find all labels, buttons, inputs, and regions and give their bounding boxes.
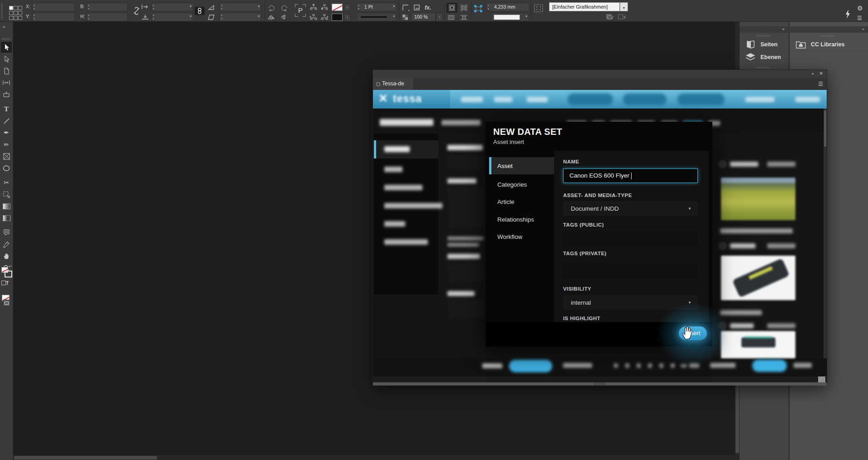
blurred-page-number[interactable] [659,363,663,368]
tessa-page-scrollbar-thumb[interactable] [824,110,826,147]
gradient-tool[interactable] [0,201,13,212]
visibility-select[interactable]: internal ▼ [563,295,698,310]
blurred-sidebar-item[interactable] [384,167,402,172]
pen-tool[interactable]: ✒ [0,127,13,138]
free-transform-tool[interactable] [0,189,13,200]
scale-x-combo[interactable]: ▴▾▾ [152,3,193,11]
panel-hscrollbar-thumb[interactable] [593,382,606,386]
style-override-icon[interactable] [618,14,626,20]
select-previous-icon[interactable] [309,14,318,21]
tags-public-input[interactable] [563,232,698,246]
asset-thumbnail-wheat[interactable] [721,178,795,220]
fill-color-expand[interactable]: › [344,14,351,21]
corner-options-icon[interactable] [402,4,410,11]
select-next-icon[interactable] [320,14,329,21]
blurred-checkbox[interactable] [719,160,726,168]
quick-apply-icon[interactable] [606,14,614,20]
height-field[interactable]: ▴▾ [87,13,128,21]
blurred-page-number[interactable] [671,363,675,368]
dock-grip[interactable] [757,35,770,37]
blurred-input[interactable] [447,263,486,283]
blurred-page-number[interactable] [637,363,641,368]
close-panel-icon[interactable]: ✕ [819,71,823,76]
blurred-checkbox[interactable] [719,322,726,330]
stroke-type-combo[interactable]: ▾ [357,13,397,21]
note-tool[interactable] [0,227,13,238]
effects-icon[interactable]: fx. [425,5,431,11]
blurred-page-number[interactable] [614,363,618,368]
panel-hscrollbar[interactable] [373,382,827,386]
opacity-field[interactable]: 100 % [411,13,436,21]
panel-title-strip[interactable]: « ✕ [373,70,827,78]
blurred-nav-link[interactable] [494,97,512,102]
wrap-none-button[interactable] [446,3,457,13]
blurred-sidebar-item[interactable] [384,221,405,227]
modal-nav-categories[interactable]: Categories [489,176,554,193]
blurred-nav-link[interactable] [527,97,548,102]
resize-grip[interactable] [818,376,825,382]
panel-grip[interactable] [1,3,3,19]
corner-radius-field[interactable]: ▴▾ 4,233 mm [486,3,529,11]
blurred-dropdown[interactable] [794,363,812,368]
lightning-icon[interactable] [845,9,851,19]
width-field[interactable]: ▴▾ [87,3,128,11]
stroke-color-expand[interactable]: › [344,4,351,11]
rotate-ccw-icon[interactable] [280,5,288,12]
page-tool[interactable] [0,65,13,76]
name-input[interactable]: Canon EOS 600 Flyer [563,168,698,183]
dock-panel-cc-libraries[interactable]: CC Libraries [790,39,868,51]
dock-grip-2[interactable] [757,67,770,69]
screen-mode-button[interactable] [3,300,10,307]
select-content-icon[interactable] [320,4,329,11]
horizontal-scrollbar-thumb[interactable] [14,456,157,460]
blurred-primary-button[interactable] [752,360,787,372]
apply-to-text-icon[interactable]: T [6,281,9,286]
stroke-color-swatch[interactable] [332,4,343,11]
frame-fitting-icon[interactable] [474,5,483,13]
blurred-page-number[interactable] [625,363,629,368]
x-field[interactable]: ▴▾ [32,3,75,11]
apply-to-container-icon[interactable] [1,281,6,285]
modal-nav-article[interactable]: Article [489,193,554,210]
select-container-icon[interactable] [309,4,318,11]
collapse-dock-icon[interactable]: « [782,27,785,31]
flip-horizontal-icon[interactable] [268,15,275,20]
blurred-nav-link[interactable] [795,97,820,102]
blurred-sidebar-item[interactable] [384,185,422,190]
blurred-page-number[interactable] [648,363,652,368]
scale-y-combo[interactable]: ▴▾▾ [152,13,193,21]
blurred-page-number[interactable] [689,363,699,368]
fitting-swatch-combo[interactable]: ▾ [491,13,529,21]
tessa-logo-block[interactable]: ✕ tessa [373,90,450,109]
gradient-feather-tool[interactable] [0,213,13,223]
blurred-primary-button[interactable] [509,360,552,372]
horizontal-scrollbar[interactable] [13,455,740,460]
type-select[interactable]: Document / INDD ▼ [563,201,698,216]
blurred-input[interactable] [447,154,486,169]
rotate-cw-icon[interactable] [268,5,275,12]
link-scale-toggle[interactable] [195,7,205,15]
blurred-sidebar-item[interactable] [384,146,410,152]
swap-fill-stroke-icon[interactable]: ↩ [9,264,12,268]
collapse-panel-icon[interactable]: « [811,71,814,76]
tools-grip[interactable] [2,38,11,40]
wrap-object-icon[interactable] [447,15,455,20]
blurred-checkbox[interactable] [719,242,726,250]
control-menu-icon[interactable]: ☰ [857,15,862,21]
y-field[interactable]: ▴▾ [32,13,75,21]
modal-nav-workflow[interactable]: Workflow [489,228,554,245]
blurred-nav-pill[interactable] [623,94,667,105]
blurred-nav-pill[interactable] [677,94,725,105]
blurred-input[interactable] [447,299,486,319]
ellipse-tool[interactable] [0,163,13,173]
stroke-weight-combo[interactable]: ▴▾ 1 Pt ▾ [357,3,397,11]
scissors-tool[interactable]: ✂ [0,177,13,188]
asset-thumbnail-camera[interactable] [721,256,795,300]
reference-point-proxy[interactable] [9,6,22,20]
dock-panel-seiten[interactable]: Seiten [740,39,788,50]
blurred-nav-link[interactable] [745,97,775,102]
gap-tool[interactable] [0,77,13,88]
blurred-sidebar-item[interactable] [384,203,442,208]
opacity-expand[interactable]: › [436,13,443,21]
selection-tool[interactable] [1,42,12,53]
